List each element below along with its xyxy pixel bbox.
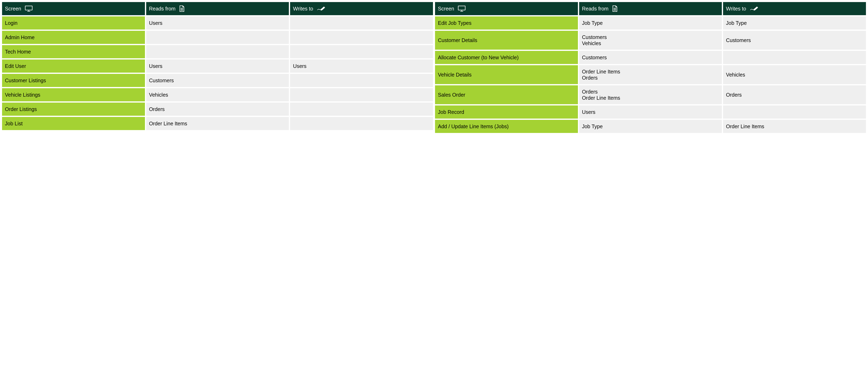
cell-writes: Customers	[723, 31, 866, 49]
cell-screen: Order Listings	[2, 103, 145, 116]
table-row: LoginUsers	[2, 16, 433, 30]
cell-writes	[290, 16, 433, 30]
table-row: Order ListingsOrders	[2, 103, 433, 116]
table-row: Admin Home	[2, 31, 433, 44]
cell-reads: Orders	[146, 103, 289, 116]
header-writes-label: Writes to	[293, 5, 313, 12]
cell-screen: Job List	[2, 117, 145, 130]
pen-write-icon	[750, 6, 758, 11]
tables-wrap: Screen Reads from	[2, 2, 866, 133]
table-row: Allocate Customer (to New Vehicle)Custom…	[435, 51, 866, 64]
header-row: Screen Reads from	[435, 2, 866, 15]
table-row: Edit Job TypesJob TypeJob Type	[435, 16, 866, 30]
cell-reads: Customers Vehicles	[579, 31, 722, 49]
cell-reads: Users	[146, 16, 289, 30]
table-row: Vehicle ListingsVehicles	[2, 88, 433, 101]
cell-reads: Order Line Items Orders	[579, 65, 722, 84]
cell-reads: Job Type	[579, 16, 722, 30]
header-screen: Screen	[2, 2, 145, 15]
cell-screen: Vehicle Details	[435, 65, 578, 84]
cell-writes: Vehicles	[723, 65, 866, 84]
cell-screen: Login	[2, 16, 145, 30]
header-screen: Screen	[435, 2, 578, 15]
table-row: Job RecordUsers	[435, 105, 866, 119]
header-row: Screen Reads from	[2, 2, 433, 15]
cell-reads: Users	[146, 60, 289, 73]
table-row: Job ListOrder Line Items	[2, 117, 433, 130]
table-row: Edit UserUsersUsers	[2, 60, 433, 73]
table-row: Add / Update Line Items (Jobs)Job TypeOr…	[435, 120, 866, 133]
svg-rect-0	[25, 6, 32, 10]
cell-screen: Sales Order	[435, 85, 578, 104]
cell-writes: Job Type	[723, 16, 866, 30]
cell-reads: Orders Order Line Items	[579, 85, 722, 104]
header-reads-label: Reads from	[149, 5, 176, 12]
cell-reads: Users	[579, 105, 722, 119]
header-writes: Writes to	[290, 2, 433, 15]
cell-writes	[290, 45, 433, 58]
cell-reads	[146, 31, 289, 44]
table-right: Screen Reads from	[435, 2, 866, 133]
cell-writes: Order Line Items	[723, 120, 866, 133]
cell-writes	[290, 117, 433, 130]
cell-writes	[290, 88, 433, 101]
document-icon	[612, 5, 618, 12]
cell-writes: Users	[290, 60, 433, 73]
monitor-icon	[25, 5, 33, 12]
cell-reads: Order Line Items	[146, 117, 289, 130]
cell-screen: Vehicle Listings	[2, 88, 145, 101]
table-left: Screen Reads from	[2, 2, 433, 133]
header-reads: Reads from	[146, 2, 289, 15]
header-screen-label: Screen	[438, 5, 454, 12]
table-row: Sales OrderOrders Order Line ItemsOrders	[435, 85, 866, 104]
header-reads-label: Reads from	[582, 5, 609, 12]
cell-screen: Add / Update Line Items (Jobs)	[435, 120, 578, 133]
cell-screen: Edit User	[2, 60, 145, 73]
cell-writes	[290, 74, 433, 87]
cell-screen: Allocate Customer (to New Vehicle)	[435, 51, 578, 64]
cell-writes	[723, 105, 866, 119]
header-reads: Reads from	[579, 2, 722, 15]
cell-reads: Vehicles	[146, 88, 289, 101]
pen-write-icon	[317, 6, 325, 11]
cell-screen: Job Record	[435, 105, 578, 119]
cell-writes	[723, 51, 866, 64]
cell-writes: Orders	[723, 85, 866, 104]
monitor-icon	[458, 5, 466, 12]
cell-screen: Edit Job Types	[435, 16, 578, 30]
cell-reads: Customers	[146, 74, 289, 87]
cell-reads: Customers	[579, 51, 722, 64]
document-icon	[179, 5, 185, 12]
cell-reads	[146, 45, 289, 58]
header-writes-label: Writes to	[726, 5, 746, 12]
table-row: Vehicle DetailsOrder Line Items OrdersVe…	[435, 65, 866, 84]
cell-reads: Job Type	[579, 120, 722, 133]
table-row: Customer DetailsCustomers VehiclesCustom…	[435, 31, 866, 49]
cell-screen: Tech Home	[2, 45, 145, 58]
table-row: Customer ListingsCustomers	[2, 74, 433, 87]
header-writes: Writes to	[723, 2, 866, 15]
table-row: Tech Home	[2, 45, 433, 58]
header-screen-label: Screen	[5, 5, 21, 12]
svg-rect-6	[458, 6, 465, 10]
cell-writes	[290, 103, 433, 116]
cell-screen: Customer Details	[435, 31, 578, 49]
cell-screen: Customer Listings	[2, 74, 145, 87]
cell-screen: Admin Home	[2, 31, 145, 44]
cell-writes	[290, 31, 433, 44]
